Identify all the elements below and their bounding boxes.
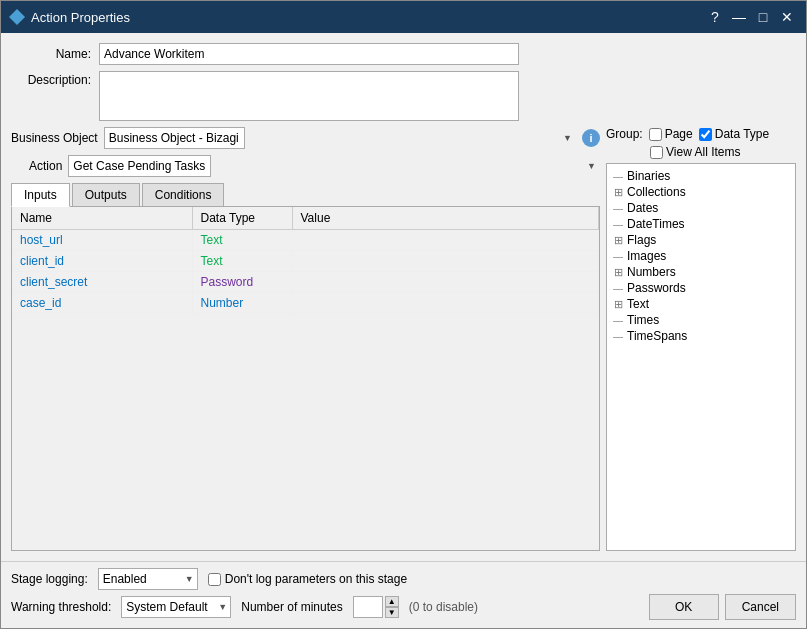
close-button[interactable]: ✕ — [776, 7, 798, 27]
business-object-row: Business Object Business Object - Bizagi… — [11, 127, 600, 149]
business-object-select[interactable]: Business Object - Bizagi — [104, 127, 245, 149]
tree-item[interactable]: —Dates — [607, 200, 795, 216]
stage-logging-select[interactable]: Enabled — [98, 568, 198, 590]
page-checkbox-group: Page — [649, 127, 693, 141]
business-object-label: Business Object — [11, 131, 98, 145]
description-row: Description: — [11, 71, 796, 121]
spinner-down[interactable]: ▼ — [385, 607, 399, 618]
tree-item-label: Passwords — [627, 281, 686, 295]
minimize-button[interactable]: — — [728, 7, 750, 27]
view-all-checkbox[interactable] — [650, 146, 663, 159]
window-title: Action Properties — [31, 10, 130, 25]
table-wrapper: Name Data Type Value host_urlTextclient_… — [12, 207, 599, 550]
action-properties-window: Action Properties ? — □ ✕ Name: Descript… — [0, 0, 807, 629]
cell-name: client_secret — [12, 272, 192, 293]
group-label: Group: — [606, 127, 643, 141]
cell-value — [292, 272, 599, 293]
warning-threshold-select[interactable]: System Default — [121, 596, 231, 618]
tree-item-label: Binaries — [627, 169, 670, 183]
dont-log-checkbox[interactable] — [208, 573, 221, 586]
tree-item[interactable]: —TimeSpans — [607, 328, 795, 344]
tree-item[interactable]: —Binaries — [607, 168, 795, 184]
bottom-row1: Stage logging: Enabled Don't log paramet… — [11, 568, 796, 590]
cell-name: case_id — [12, 293, 192, 314]
cell-value — [292, 293, 599, 314]
tree-container: —Binaries⊞Collections—Dates—DateTimes⊞Fl… — [606, 163, 796, 551]
help-button[interactable]: ? — [704, 7, 726, 27]
group-row: Group: Page Data Type — [606, 127, 796, 141]
title-bar-left: Action Properties — [9, 9, 130, 25]
tree-item[interactable]: —Times — [607, 312, 795, 328]
page-checkbox[interactable] — [649, 128, 662, 141]
view-all-label[interactable]: View All Items — [666, 145, 740, 159]
tree-item[interactable]: ⊞Text — [607, 296, 795, 312]
tree-item[interactable]: —Images — [607, 248, 795, 264]
info-icon[interactable]: i — [582, 129, 600, 147]
tree-item-label: Images — [627, 249, 666, 263]
inputs-table: Name Data Type Value host_urlTextclient_… — [12, 207, 599, 314]
warning-threshold-label: Warning threshold: — [11, 600, 111, 614]
tree-item[interactable]: ⊞Collections — [607, 184, 795, 200]
action-select[interactable]: Get Case Pending Tasks — [68, 155, 211, 177]
datatype-checkbox-label[interactable]: Data Type — [715, 127, 769, 141]
tree-item-label: TimeSpans — [627, 329, 687, 343]
datatype-checkbox[interactable] — [699, 128, 712, 141]
title-controls: ? — □ ✕ — [704, 7, 798, 27]
tab-conditions[interactable]: Conditions — [142, 183, 225, 206]
cell-value — [292, 230, 599, 251]
bottom-section: Stage logging: Enabled Don't log paramet… — [1, 561, 806, 628]
title-bar: Action Properties ? — □ ✕ — [1, 1, 806, 33]
tree-item[interactable]: ⊞Flags — [607, 232, 795, 248]
right-panel: Group: Page Data Type View All Items — [606, 127, 796, 551]
name-label: Name: — [11, 47, 91, 61]
main-content: Name: Description: Business Object Busin… — [1, 33, 806, 561]
description-input[interactable] — [99, 71, 519, 121]
table-row: case_idNumber — [12, 293, 599, 314]
table-row: client_idText — [12, 251, 599, 272]
name-input[interactable] — [99, 43, 519, 65]
dont-log-label[interactable]: Don't log parameters on this stage — [225, 572, 407, 586]
ok-button[interactable]: OK — [649, 594, 719, 620]
action-row: Action Get Case Pending Tasks — [11, 155, 600, 177]
cell-name: client_id — [12, 251, 192, 272]
tab-outputs[interactable]: Outputs — [72, 183, 140, 206]
tree-item[interactable]: —DateTimes — [607, 216, 795, 232]
maximize-button[interactable]: □ — [752, 7, 774, 27]
action-buttons: OK Cancel — [649, 594, 796, 620]
cancel-button[interactable]: Cancel — [725, 594, 796, 620]
table-row: client_secretPassword — [12, 272, 599, 293]
tree-item-label: DateTimes — [627, 217, 685, 231]
tree-item-label: Flags — [627, 233, 656, 247]
col-value: Value — [292, 207, 599, 230]
bottom-row2: Warning threshold: System Default Number… — [11, 594, 796, 620]
tree-item-label: Collections — [627, 185, 686, 199]
stage-logging-label: Stage logging: — [11, 572, 88, 586]
page-checkbox-label[interactable]: Page — [665, 127, 693, 141]
cell-value — [292, 251, 599, 272]
tab-inputs[interactable]: Inputs — [11, 183, 70, 207]
main-area: Business Object Business Object - Bizagi… — [11, 127, 796, 551]
name-row: Name: — [11, 43, 796, 65]
view-all-group: View All Items — [606, 145, 796, 159]
stage-logging-wrapper: Enabled — [98, 568, 198, 590]
tree-item[interactable]: —Passwords — [607, 280, 795, 296]
tree-item[interactable]: ⊞Numbers — [607, 264, 795, 280]
action-label: Action — [29, 159, 62, 173]
cell-type: Number — [192, 293, 292, 314]
tabs-container: Inputs Outputs Conditions Name Data Type — [11, 183, 600, 551]
minutes-label: Number of minutes — [241, 600, 342, 614]
tree-item-label: Text — [627, 297, 649, 311]
tree-item-label: Times — [627, 313, 659, 327]
cell-type: Text — [192, 230, 292, 251]
minutes-input[interactable]: 5 — [353, 596, 383, 618]
warning-threshold-wrapper: System Default — [121, 596, 231, 618]
cell-type: Password — [192, 272, 292, 293]
spinner-buttons: ▲ ▼ — [385, 596, 399, 618]
datatype-checkbox-group: Data Type — [699, 127, 769, 141]
tab-content: Name Data Type Value host_urlTextclient_… — [11, 207, 600, 551]
spinner-up[interactable]: ▲ — [385, 596, 399, 607]
table-row: host_urlText — [12, 230, 599, 251]
cell-name: host_url — [12, 230, 192, 251]
tree-item-label: Dates — [627, 201, 658, 215]
tabs-header: Inputs Outputs Conditions — [11, 183, 600, 207]
